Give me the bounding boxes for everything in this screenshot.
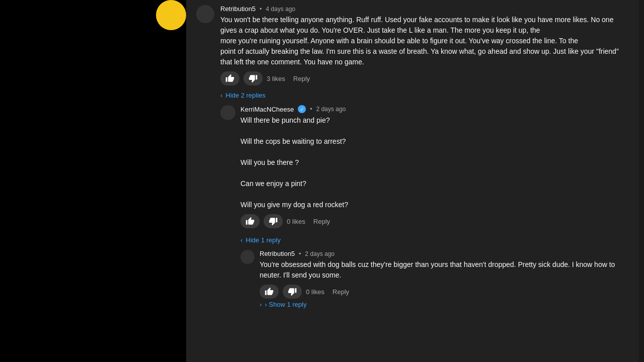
nested-reply-1-header: Retribution5 • 2 days ago [260,250,629,257]
top-comment-username[interactable]: Retribution5 [220,5,256,13]
top-comment-actions: 3 likes Reply [220,71,629,85]
top-comment: Retribution5 • 4 days ago You won't be t… [196,5,629,85]
nested-reply-1-text: You're obsessed with dog balls cuz they'… [260,259,629,281]
hide-replies-label: Hide 2 replies [225,92,266,99]
top-reply-button[interactable]: Reply [289,72,314,85]
reply-1-likes: 0 likes [287,218,305,225]
thumbs-down-icon [269,217,278,226]
thumbs-up-icon [246,217,255,226]
hide-nested-replies-toggle[interactable]: ‹ Hide 1 reply [240,234,281,246]
top-comment-body: Retribution5 • 4 days ago You won't be t… [220,5,629,85]
nested-reply-1-sep: • [299,250,301,257]
nested-reply-1-likes: 0 likes [306,288,325,296]
top-comment-timestamp: • [260,6,262,13]
reply-1-body: KerriMacNCheese ✓ • 2 days ago Will ther… [240,105,629,228]
nested-reply-1: Retribution5 • 2 days ago You're obsesse… [240,250,629,308]
thumbs-up-icon [225,74,234,83]
nested-reply-1-actions: 0 likes Reply [260,285,629,299]
nested-reply-1-thumbs-down-button[interactable] [283,285,302,299]
thumbs-down-icon [288,287,297,296]
nested-reply-1-avatar [240,250,255,264]
replies-container: KerriMacNCheese ✓ • 2 days ago Will ther… [220,105,629,308]
hide-replies-toggle[interactable]: ‹ Hide 2 replies [220,89,266,101]
top-comment-likes: 3 likes [267,75,285,82]
nested-replies-container: Retribution5 • 2 days ago You're obsesse… [240,250,629,308]
reply-1-sep: • [310,106,312,113]
nested-reply-1-thumbs-up-button[interactable] [260,285,279,299]
comments-panel: Retribution5 • 4 days ago You won't be t… [186,0,639,362]
thumbs-up-icon [265,287,274,296]
show-reply-label: › Show 1 reply [265,301,306,308]
reply-comment-1: KerriMacNCheese ✓ • 2 days ago Will ther… [220,105,629,228]
reply-1-timestamp: 2 days ago [316,106,346,113]
hide-replies-icon: ‹ [220,92,222,99]
reply-1-avatar [220,105,235,120]
show-reply-icon: › [260,301,262,308]
hide-nested-label: Hide 1 reply [246,236,280,244]
top-comment-time: 4 days ago [266,6,295,13]
nested-reply-1-body: Retribution5 • 2 days ago You're obsesse… [260,250,629,308]
hide-nested-icon: ‹ [240,236,243,244]
reply-1-thumbs-down-button[interactable] [264,214,283,228]
reply-1-reply-button[interactable]: Reply [309,215,334,228]
thumbs-down-icon [249,74,258,83]
nested-reply-1-timestamp: 2 days ago [305,250,335,257]
reply-1-header: KerriMacNCheese ✓ • 2 days ago [240,105,629,113]
nested-reply-1-reply-button[interactable]: Reply [329,286,353,298]
show-reply-toggle[interactable]: › › Show 1 reply [260,301,306,308]
reply-1-thumbs-up-button[interactable] [240,214,260,228]
left-panel [0,0,186,362]
reply-1-username[interactable]: KerriMacNCheese [240,106,294,113]
user-avatar-top [156,0,186,30]
verified-badge: ✓ [298,105,306,113]
top-thumbs-down-button[interactable] [244,71,263,85]
nested-reply-1-username[interactable]: Retribution5 [260,250,295,257]
top-comment-text: You won't be there telling anyone anythi… [220,15,629,67]
right-panel [639,0,644,362]
top-comment-header: Retribution5 • 4 days ago [220,5,629,13]
reply-1-text: Will there be punch and pie? Will the co… [240,115,629,210]
reply-1-actions: 0 likes Reply [240,214,629,228]
comment-section: Retribution5 • 4 days ago You won't be t… [186,0,639,318]
top-thumbs-up-button[interactable] [220,71,239,85]
top-comment-avatar [196,5,214,23]
